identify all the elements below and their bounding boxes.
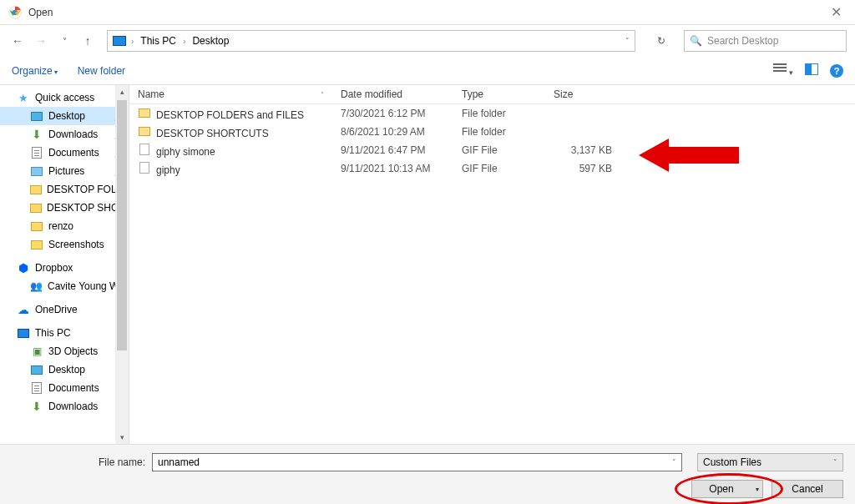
file-type: File folder (453, 123, 545, 141)
file-name: giphy simone (156, 146, 215, 158)
sidebar-item-pictures[interactable]: Pictures 📌 (0, 162, 129, 180)
sidebar-item-downloads[interactable]: ⬇ Downloads 📌 (0, 125, 129, 144)
sidebar-item-3dobjects[interactable]: ▣ 3D Objects (0, 342, 129, 360)
close-icon[interactable]: ✕ (826, 4, 847, 20)
view-mode-button[interactable]: ▾ (773, 63, 793, 78)
document-icon (32, 147, 42, 159)
folder-icon (30, 185, 42, 194)
chevron-down-icon[interactable]: ˅ (672, 458, 676, 466)
preview-pane-button[interactable] (805, 63, 818, 78)
filename-value: unnamed (158, 456, 200, 468)
file-date: 8/6/2021 10:29 AM (332, 123, 453, 141)
sidebar-item-folder[interactable]: 👥 Cavite Young Writers (0, 277, 129, 295)
table-row[interactable]: DESKTOP FOLDERS and FILES7/30/2021 6:12 … (129, 104, 855, 123)
filename-label: File name: (12, 456, 145, 468)
sidebar-label: This PC (35, 327, 71, 339)
file-size: 3,137 KB (545, 141, 620, 159)
organize-menu[interactable]: Organize▾ (12, 65, 58, 77)
open-button[interactable]: Open ▾ (691, 480, 763, 498)
forward-button[interactable]: → (32, 32, 50, 50)
file-date: 9/11/2021 10:13 AM (332, 159, 453, 178)
col-name[interactable]: Name ˄ (129, 85, 332, 103)
scroll-thumb[interactable] (117, 100, 127, 350)
sidebar-label: Quick access (35, 92, 94, 103)
chevron-down-icon[interactable]: ˅ (625, 37, 630, 45)
file-name: DESKTOP SHORTCUTS (156, 127, 269, 139)
col-date[interactable]: Date modified (332, 85, 453, 103)
sidebar-label: renzo (48, 220, 73, 232)
sidebar-label: Documents (48, 382, 99, 394)
organize-label: Organize (12, 65, 53, 77)
col-type[interactable]: Type (453, 85, 545, 103)
file-type: GIF File (453, 141, 545, 159)
sidebar-item-folder[interactable]: DESKTOP SHORTCUTS (0, 199, 129, 217)
sidebar-item-desktop[interactable]: Desktop 📌 (0, 107, 129, 125)
sidebar-item-folder[interactable]: Screenshots (0, 235, 129, 254)
pc-icon (113, 36, 126, 46)
sidebar-label: Screenshots (48, 239, 104, 250)
sidebar-quick-access[interactable]: ★ Quick access (0, 88, 129, 107)
chrome-icon (8, 6, 22, 19)
scroll-down-icon[interactable]: ▾ (120, 431, 124, 444)
cancel-label: Cancel (792, 483, 822, 495)
sidebar-item-documents[interactable]: Documents (0, 379, 129, 397)
file-size (545, 129, 620, 135)
window-title: Open (28, 7, 53, 18)
cube-icon: ▣ (30, 345, 43, 358)
download-icon: ⬇ (30, 128, 43, 141)
pc-icon (18, 329, 29, 338)
file-size (545, 110, 620, 117)
sidebar-label: OneDrive (35, 304, 78, 315)
download-icon: ⬇ (30, 400, 43, 413)
sidebar-label: Documents (48, 147, 99, 159)
col-size[interactable]: Size (545, 85, 620, 103)
sidebar-item-folder[interactable]: renzo (0, 217, 129, 235)
chevron-down-icon: ▾ (756, 486, 759, 493)
new-folder-button[interactable]: New folder (78, 65, 125, 77)
sidebar-label: Pictures (48, 165, 84, 177)
sidebar-scrollbar[interactable]: ▴ ▾ (115, 85, 129, 444)
back-button[interactable]: ← (8, 32, 27, 50)
folder-icon (31, 240, 43, 249)
breadcrumb-leaf[interactable]: Desktop (190, 35, 230, 47)
file-list: Name ˄ Date modified Type Size DESKTOP F… (129, 85, 855, 444)
sidebar-dropbox[interactable]: ⬢ Dropbox (0, 259, 129, 277)
file-date: 7/30/2021 6:12 PM (332, 104, 453, 123)
file-date: 9/11/2021 6:47 PM (332, 141, 453, 159)
nav-row: ← → ˅ ↑ › This PC › Desktop ˅ ↻ 🔍 Search… (0, 25, 855, 57)
folder-icon (31, 222, 43, 231)
sidebar-item-desktop[interactable]: Desktop (0, 360, 129, 379)
breadcrumb-root[interactable]: This PC (139, 35, 178, 47)
desktop-icon (31, 112, 43, 121)
chevron-right-icon: › (183, 37, 185, 46)
file-type-filter[interactable]: Custom Files ˅ (697, 453, 843, 471)
cancel-button[interactable]: Cancel (772, 480, 843, 498)
table-row[interactable]: giphy9/11/2021 10:13 AMGIF File597 KB (129, 159, 855, 178)
search-input[interactable]: 🔍 Search Desktop (684, 30, 847, 52)
sidebar-item-documents[interactable]: Documents 📌 (0, 144, 129, 162)
refresh-button[interactable]: ↻ (649, 30, 674, 52)
address-bar[interactable]: › This PC › Desktop ˅ (107, 30, 635, 52)
filter-label: Custom Files (703, 456, 761, 468)
file-rows: DESKTOP FOLDERS and FILES7/30/2021 6:12 … (129, 104, 855, 444)
titlebar: Open ✕ (0, 0, 855, 25)
table-row[interactable]: giphy simone9/11/2021 6:47 PMGIF File3,1… (129, 141, 855, 159)
filename-input[interactable]: unnamed ˅ (152, 453, 682, 471)
search-placeholder: Search Desktop (707, 35, 778, 47)
sidebar-onedrive[interactable]: ☁ OneDrive (0, 300, 129, 319)
sidebar-label: Desktop (48, 364, 85, 375)
help-icon[interactable]: ? (830, 64, 843, 78)
scroll-up-icon[interactable]: ▴ (120, 85, 124, 98)
sidebar-item-folder[interactable]: DESKTOP FOLDERS and FILES (0, 180, 129, 199)
recent-locations-button[interactable]: ˅ (55, 32, 73, 50)
table-row[interactable]: DESKTOP SHORTCUTS8/6/2021 10:29 AMFile f… (129, 123, 855, 141)
sidebar-this-pc[interactable]: This PC (0, 324, 129, 342)
up-button[interactable]: ↑ (78, 32, 97, 50)
file-name: giphy (156, 164, 180, 176)
folder-icon (30, 204, 42, 213)
sidebar-label: Downloads (48, 129, 98, 140)
toolbar: Organize▾ New folder ▾ ? (0, 57, 855, 85)
sidebar-item-downloads[interactable]: ⬇ Downloads (0, 397, 129, 416)
star-icon: ★ (17, 91, 30, 104)
file-name: DESKTOP FOLDERS and FILES (156, 108, 304, 120)
